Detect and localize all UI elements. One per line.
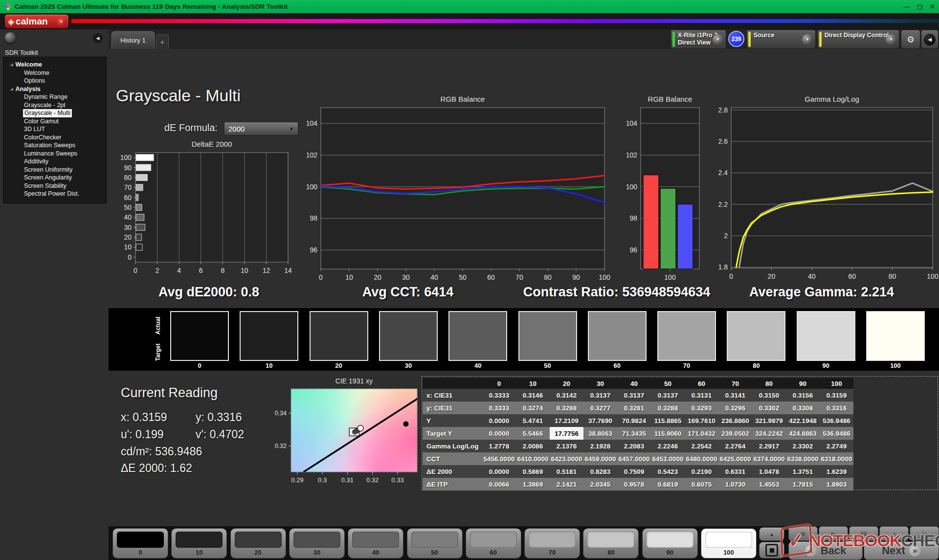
table-cell: 6457.0000 (617, 452, 651, 465)
next-button[interactable]: Next » (864, 541, 939, 560)
table-cell: 1.6239 (820, 465, 853, 478)
svg-text:0.31: 0.31 (341, 476, 354, 484)
pattern-button-10[interactable]: 10 (171, 528, 227, 559)
swatch-60 (588, 311, 647, 361)
sidebar-collapse-button[interactable]: ◀ (93, 33, 103, 43)
summary-avg-de: Avg dE2000: 0.8 (158, 285, 259, 300)
table-cell: 422.1948 (786, 414, 820, 427)
minimize-button[interactable]: — (904, 3, 910, 10)
table-cell: 6318.0000 (820, 452, 853, 465)
sidebar-item-saturation-sweeps[interactable]: Saturation Sweeps (24, 141, 106, 150)
pattern-button-0[interactable]: 0 (112, 528, 168, 559)
svg-text:96: 96 (629, 246, 637, 254)
sidebar-item-grayscale-multi[interactable]: Grayscale - Multi (23, 109, 72, 117)
pattern-up-button[interactable]: ▲ (759, 527, 784, 541)
media-button-4[interactable]: ● (879, 526, 909, 541)
sidebar-item-welcome[interactable]: Welcome (24, 69, 106, 77)
media-button-1[interactable]: ◼ (788, 526, 818, 541)
table-row-gamma-log-log: Gamma Log/Log1.27782.00862.13762.19282.2… (423, 440, 853, 452)
pattern-button-60[interactable]: 60 (466, 528, 521, 559)
swatch-level-label: 20 (310, 362, 368, 369)
svg-text:70: 70 (515, 273, 523, 281)
summary-avg-gamma: Average Gamma: 2.214 (749, 285, 894, 300)
logo-menu-arrow-icon[interactable]: ▼ (57, 18, 66, 26)
svg-text:14: 14 (284, 267, 292, 274)
pattern-button-50[interactable]: 50 (407, 528, 463, 559)
sidebar-item-options[interactable]: Options (24, 77, 106, 85)
swatch-80 (727, 311, 785, 361)
sidebar-item-screen-angularity[interactable]: Screen Angularity (24, 174, 106, 182)
swatch-0 (170, 311, 229, 361)
add-tab-button[interactable]: + (156, 34, 169, 49)
sidebar-item-3d-lut[interactable]: 3D LUT (24, 125, 106, 134)
close-button[interactable]: ✕ (930, 3, 935, 10)
sidebar-item-spectral-power-dist[interactable]: Spectral Power Dist. (24, 190, 106, 198)
pattern-button-40[interactable]: 40 (348, 528, 403, 559)
current-reading-title: Current Reading (121, 385, 218, 401)
sidebar-item-additivity[interactable]: Additivity (24, 157, 106, 166)
gear-icon: ⚙ (907, 34, 915, 45)
svg-text:2: 2 (724, 232, 728, 240)
tab-strip: History 1 + X-Rite i1Pro 2 Direct View ▼… (109, 29, 939, 49)
svg-text:80: 80 (124, 174, 132, 181)
table-cell: 171.0432 (685, 427, 718, 440)
sidebar-item-screen-uniformity[interactable]: Screen Uniformity (24, 166, 106, 174)
sidebar-title: SDR Toolkit (5, 49, 38, 56)
sidebar-item-color-gamut[interactable]: Color Gamut (24, 117, 106, 126)
swatch-70 (657, 311, 716, 361)
gamma-loglog-chart: Gamma Log/Log1.822.22.42.62.802040608010… (706, 95, 939, 287)
pattern-button-80[interactable]: 80 (583, 528, 639, 559)
svg-text:20: 20 (768, 272, 776, 280)
settings-button[interactable]: ⚙ (901, 30, 920, 48)
expander-icon[interactable]: ◢ (10, 87, 13, 91)
meter-count-badge[interactable]: 239 (728, 31, 744, 47)
summary-contrast: Contrast Ratio: 536948594634 (523, 285, 711, 300)
table-col-header: 100 (820, 378, 853, 389)
sidebar-item-dynamic-range[interactable]: Dynamic Range (24, 93, 106, 101)
pattern-button-70[interactable]: 70 (524, 528, 580, 559)
svg-text:60: 60 (124, 194, 132, 202)
sidebar-item-screen-stability[interactable]: Screen Stability (24, 182, 106, 190)
tree-group-welcome[interactable]: ◢Welcome (3, 61, 106, 69)
media-button-2[interactable]: ▶ (819, 526, 848, 541)
svg-text:40: 40 (430, 273, 438, 281)
media-button-3[interactable]: ▮▮ (849, 526, 878, 541)
pattern-stop-button[interactable] (759, 542, 784, 559)
table-cell: 2.2246 (651, 440, 685, 452)
svg-text:20: 20 (374, 273, 381, 281)
svg-text:CIE 1931 xy: CIE 1931 xy (335, 377, 373, 385)
table-cell: 0.3131 (685, 389, 718, 402)
svg-text:50: 50 (459, 273, 467, 281)
swatch-level-label: 0 (170, 362, 229, 369)
meter-select[interactable]: X-Rite i1Pro 2 Direct View ▼ (671, 30, 726, 48)
pattern-patch (352, 532, 399, 548)
sidebar-item-colorchecker[interactable]: ColorChecker (24, 134, 106, 142)
table-cell: 0.3308 (786, 402, 820, 414)
panel-collapse-button[interactable]: ◀ (921, 30, 938, 48)
expander-icon[interactable]: ◢ (10, 63, 13, 67)
sidebar-item-grayscale-2pt[interactable]: Grayscale - 2pt (24, 101, 106, 110)
table-cell: 5456.0000 (482, 452, 516, 465)
pattern-button-100[interactable]: 100 (701, 528, 757, 559)
back-button[interactable]: « Back (788, 541, 863, 560)
svg-text:Gamma Log/Log: Gamma Log/Log (805, 95, 859, 103)
swatch-level-label: 70 (657, 362, 716, 369)
next-chevron-icon: » (909, 545, 921, 557)
tab-history-1[interactable]: History 1 (112, 31, 155, 49)
calman-logo-button[interactable]: ◈ calman ▼ (5, 15, 68, 28)
table-cell: 1.0478 (752, 465, 786, 478)
sidebar-pin-button[interactable] (5, 32, 16, 43)
table-cell: 0.3316 (820, 402, 853, 414)
table-cell: 0.3281 (617, 402, 651, 414)
display-control-select[interactable]: Direct Display Control ▼ (818, 30, 899, 48)
pattern-button-20[interactable]: 20 (230, 528, 286, 559)
media-button-5[interactable]: ↻ (910, 526, 939, 541)
maximize-button[interactable]: ▢ (917, 3, 923, 10)
source-select[interactable]: Source ▼ (747, 30, 815, 48)
svg-text:6: 6 (199, 267, 203, 274)
de-formula-select[interactable]: 2000 ▼ (224, 122, 298, 135)
pattern-button-90[interactable]: 90 (642, 528, 698, 559)
sidebar-item-luminance-sweeps[interactable]: Luminance Sweeps (24, 150, 106, 158)
pattern-button-30[interactable]: 30 (289, 528, 345, 559)
tree-group-analysis[interactable]: ◢Analysis (3, 85, 106, 93)
